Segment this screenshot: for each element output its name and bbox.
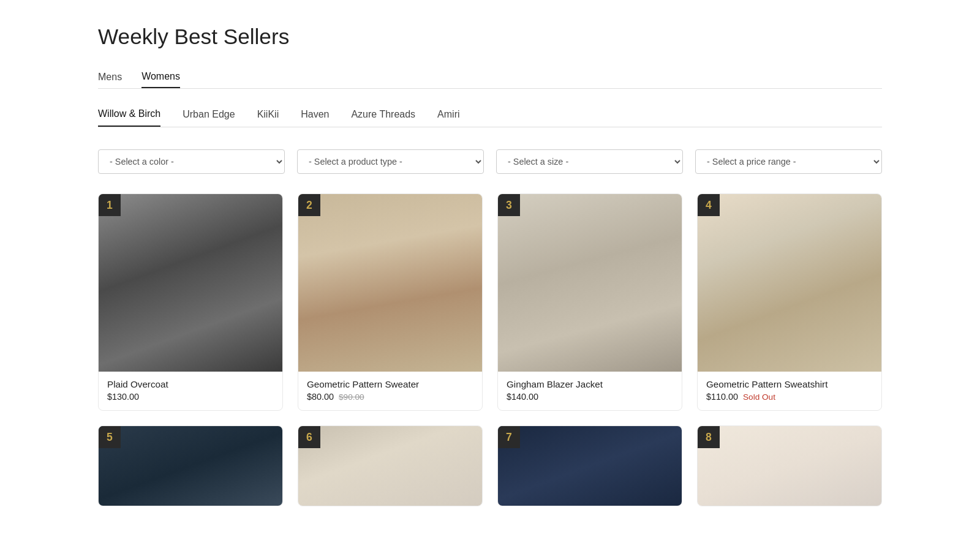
rank-badge-1: 1 — [99, 194, 121, 216]
page-container: Weekly Best Sellers Mens Womens Willow &… — [61, 0, 919, 531]
gender-tabs: Mens Womens — [98, 71, 882, 89]
product-info-4: Geometric Pattern Sweatshirt $110.00 Sol… — [698, 372, 881, 410]
product-name-3: Gingham Blazer Jacket — [507, 379, 673, 389]
product-price-4: $110.00 — [706, 392, 738, 402]
rank-badge-5: 5 — [99, 426, 121, 448]
rank-badge-4: 4 — [698, 194, 720, 216]
product-price-2: $80.00 — [307, 392, 334, 402]
product-card-2[interactable]: 2 Geometric Pattern Sweater $80.00 $90.0… — [298, 193, 483, 411]
page-title: Weekly Best Sellers — [98, 24, 882, 49]
product-type-filter[interactable]: - Select a product type - Jacket Sweater… — [297, 149, 484, 174]
price-range-filter[interactable]: - Select a price range - Under $50 $50 -… — [695, 149, 882, 174]
rank-badge-6: 6 — [298, 426, 320, 448]
rank-badge-7: 7 — [498, 426, 520, 448]
product-grid: 1 Plaid Overcoat $130.00 2 Geometric Pat… — [98, 193, 882, 506]
tab-azure-threads[interactable]: Azure Threads — [351, 108, 415, 127]
tab-urban-edge[interactable]: Urban Edge — [183, 108, 235, 127]
product-info-2: Geometric Pattern Sweater $80.00 $90.00 — [298, 372, 482, 410]
rank-badge-8: 8 — [698, 426, 720, 448]
product-card-6[interactable]: 6 — [298, 425, 483, 506]
product-image-4: 4 — [698, 194, 881, 372]
product-image-1: 1 — [99, 194, 282, 372]
product-name-2: Geometric Pattern Sweater — [307, 379, 473, 389]
product-price-row-3: $140.00 — [507, 392, 673, 402]
product-original-price-2: $90.00 — [339, 392, 364, 402]
product-info-3: Gingham Blazer Jacket $140.00 — [498, 372, 682, 410]
tab-haven[interactable]: Haven — [301, 108, 329, 127]
color-filter[interactable]: - Select a color - Black White Blue Red … — [98, 149, 285, 174]
product-sold-out-4: Sold Out — [743, 392, 775, 402]
product-info-1: Plaid Overcoat $130.00 — [99, 372, 282, 410]
product-card-1[interactable]: 1 Plaid Overcoat $130.00 — [98, 193, 283, 411]
size-filter[interactable]: - Select a size - XS S M L XL XXL — [496, 149, 683, 174]
product-name-4: Geometric Pattern Sweatshirt — [706, 379, 873, 389]
product-image-6: 6 — [298, 426, 482, 506]
product-image-2: 2 — [298, 194, 482, 372]
rank-badge-2: 2 — [298, 194, 320, 216]
product-card-4[interactable]: 4 Geometric Pattern Sweatshirt $110.00 S… — [697, 193, 882, 411]
product-image-8: 8 — [698, 426, 881, 506]
filter-row: - Select a color - Black White Blue Red … — [98, 149, 882, 174]
product-card-3[interactable]: 3 Gingham Blazer Jacket $140.00 — [497, 193, 682, 411]
product-price-row-2: $80.00 $90.00 — [307, 392, 473, 402]
rank-badge-3: 3 — [498, 194, 520, 216]
product-price-row-4: $110.00 Sold Out — [706, 392, 873, 402]
product-card-7[interactable]: 7 — [497, 425, 682, 506]
tab-willow-birch[interactable]: Willow & Birch — [98, 108, 160, 127]
product-image-3: 3 — [498, 194, 682, 372]
product-price-3: $140.00 — [507, 392, 538, 402]
product-price-row-1: $130.00 — [107, 392, 274, 402]
product-price-1: $130.00 — [107, 392, 139, 402]
tab-kiikii[interactable]: KiiKii — [257, 108, 279, 127]
product-name-1: Plaid Overcoat — [107, 379, 274, 389]
tab-mens[interactable]: Mens — [98, 71, 122, 88]
product-card-8[interactable]: 8 — [697, 425, 882, 506]
product-image-7: 7 — [498, 426, 682, 506]
product-image-5: 5 — [99, 426, 282, 506]
tab-amiri[interactable]: Amiri — [437, 108, 459, 127]
tab-womens[interactable]: Womens — [141, 71, 180, 88]
brand-tabs: Willow & Birch Urban Edge KiiKii Haven A… — [98, 108, 882, 127]
product-card-5[interactable]: 5 — [98, 425, 283, 506]
